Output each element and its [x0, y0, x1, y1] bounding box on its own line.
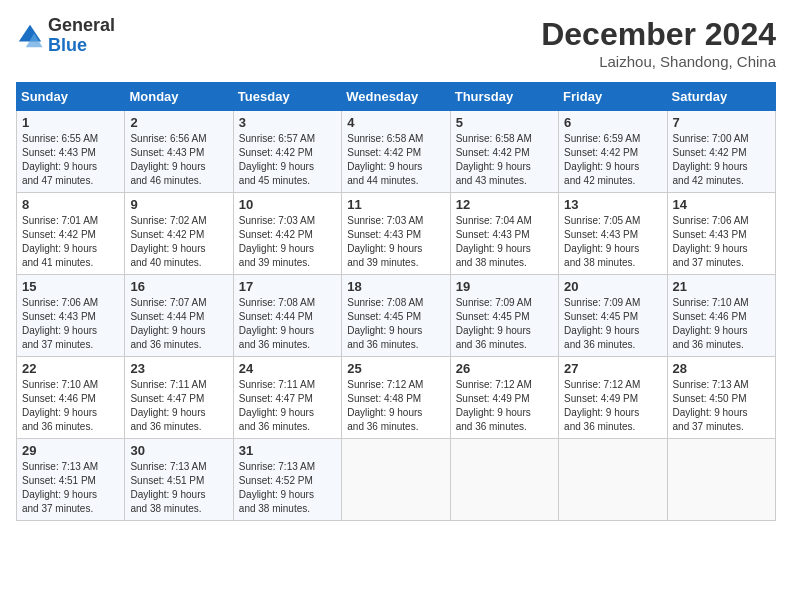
- col-header-sunday: Sunday: [17, 83, 125, 111]
- logo: General Blue: [16, 16, 115, 56]
- day-number: 13: [564, 197, 661, 212]
- cell-info: Sunrise: 7:10 AMSunset: 4:46 PMDaylight:…: [22, 378, 119, 434]
- cell-info: Sunrise: 6:58 AMSunset: 4:42 PMDaylight:…: [347, 132, 444, 188]
- calendar-cell: 4 Sunrise: 6:58 AMSunset: 4:42 PMDayligh…: [342, 111, 450, 193]
- calendar-cell: 28 Sunrise: 7:13 AMSunset: 4:50 PMDaylig…: [667, 357, 775, 439]
- calendar-cell: 8 Sunrise: 7:01 AMSunset: 4:42 PMDayligh…: [17, 193, 125, 275]
- day-number: 24: [239, 361, 336, 376]
- col-header-friday: Friday: [559, 83, 667, 111]
- week-row-3: 15 Sunrise: 7:06 AMSunset: 4:43 PMDaylig…: [17, 275, 776, 357]
- cell-info: Sunrise: 7:11 AMSunset: 4:47 PMDaylight:…: [130, 378, 227, 434]
- col-header-tuesday: Tuesday: [233, 83, 341, 111]
- calendar-table: SundayMondayTuesdayWednesdayThursdayFrid…: [16, 82, 776, 521]
- cell-info: Sunrise: 7:09 AMSunset: 4:45 PMDaylight:…: [456, 296, 553, 352]
- calendar-cell: [559, 439, 667, 521]
- cell-info: Sunrise: 7:07 AMSunset: 4:44 PMDaylight:…: [130, 296, 227, 352]
- cell-info: Sunrise: 7:09 AMSunset: 4:45 PMDaylight:…: [564, 296, 661, 352]
- day-number: 3: [239, 115, 336, 130]
- calendar-cell: 3 Sunrise: 6:57 AMSunset: 4:42 PMDayligh…: [233, 111, 341, 193]
- cell-info: Sunrise: 7:12 AMSunset: 4:48 PMDaylight:…: [347, 378, 444, 434]
- cell-info: Sunrise: 7:03 AMSunset: 4:43 PMDaylight:…: [347, 214, 444, 270]
- cell-info: Sunrise: 7:03 AMSunset: 4:42 PMDaylight:…: [239, 214, 336, 270]
- cell-info: Sunrise: 7:05 AMSunset: 4:43 PMDaylight:…: [564, 214, 661, 270]
- logo-icon: [16, 22, 44, 50]
- day-number: 27: [564, 361, 661, 376]
- day-number: 11: [347, 197, 444, 212]
- cell-info: Sunrise: 7:00 AMSunset: 4:42 PMDaylight:…: [673, 132, 770, 188]
- calendar-cell: 6 Sunrise: 6:59 AMSunset: 4:42 PMDayligh…: [559, 111, 667, 193]
- calendar-cell: 2 Sunrise: 6:56 AMSunset: 4:43 PMDayligh…: [125, 111, 233, 193]
- day-number: 25: [347, 361, 444, 376]
- day-number: 21: [673, 279, 770, 294]
- day-number: 31: [239, 443, 336, 458]
- week-row-2: 8 Sunrise: 7:01 AMSunset: 4:42 PMDayligh…: [17, 193, 776, 275]
- calendar-cell: 7 Sunrise: 7:00 AMSunset: 4:42 PMDayligh…: [667, 111, 775, 193]
- day-number: 7: [673, 115, 770, 130]
- cell-info: Sunrise: 7:12 AMSunset: 4:49 PMDaylight:…: [456, 378, 553, 434]
- day-number: 26: [456, 361, 553, 376]
- calendar-cell: 19 Sunrise: 7:09 AMSunset: 4:45 PMDaylig…: [450, 275, 558, 357]
- day-number: 28: [673, 361, 770, 376]
- cell-info: Sunrise: 6:58 AMSunset: 4:42 PMDaylight:…: [456, 132, 553, 188]
- col-header-wednesday: Wednesday: [342, 83, 450, 111]
- day-number: 2: [130, 115, 227, 130]
- calendar-cell: 10 Sunrise: 7:03 AMSunset: 4:42 PMDaylig…: [233, 193, 341, 275]
- day-number: 19: [456, 279, 553, 294]
- cell-info: Sunrise: 7:02 AMSunset: 4:42 PMDaylight:…: [130, 214, 227, 270]
- day-number: 14: [673, 197, 770, 212]
- day-number: 10: [239, 197, 336, 212]
- cell-info: Sunrise: 7:13 AMSunset: 4:51 PMDaylight:…: [22, 460, 119, 516]
- page-header: General Blue December 2024 Laizhou, Shan…: [16, 16, 776, 70]
- cell-info: Sunrise: 6:57 AMSunset: 4:42 PMDaylight:…: [239, 132, 336, 188]
- calendar-cell: 24 Sunrise: 7:11 AMSunset: 4:47 PMDaylig…: [233, 357, 341, 439]
- cell-info: Sunrise: 7:13 AMSunset: 4:51 PMDaylight:…: [130, 460, 227, 516]
- logo-line1: General: [48, 16, 115, 36]
- cell-info: Sunrise: 7:01 AMSunset: 4:42 PMDaylight:…: [22, 214, 119, 270]
- day-number: 30: [130, 443, 227, 458]
- day-number: 6: [564, 115, 661, 130]
- calendar-cell: 5 Sunrise: 6:58 AMSunset: 4:42 PMDayligh…: [450, 111, 558, 193]
- calendar-cell: [342, 439, 450, 521]
- calendar-cell: 13 Sunrise: 7:05 AMSunset: 4:43 PMDaylig…: [559, 193, 667, 275]
- calendar-cell: 15 Sunrise: 7:06 AMSunset: 4:43 PMDaylig…: [17, 275, 125, 357]
- month-title: December 2024: [541, 16, 776, 53]
- day-number: 4: [347, 115, 444, 130]
- calendar-cell: 18 Sunrise: 7:08 AMSunset: 4:45 PMDaylig…: [342, 275, 450, 357]
- title-block: December 2024 Laizhou, Shandong, China: [541, 16, 776, 70]
- calendar-cell: 22 Sunrise: 7:10 AMSunset: 4:46 PMDaylig…: [17, 357, 125, 439]
- cell-info: Sunrise: 7:10 AMSunset: 4:46 PMDaylight:…: [673, 296, 770, 352]
- calendar-cell: 23 Sunrise: 7:11 AMSunset: 4:47 PMDaylig…: [125, 357, 233, 439]
- cell-info: Sunrise: 6:55 AMSunset: 4:43 PMDaylight:…: [22, 132, 119, 188]
- day-number: 22: [22, 361, 119, 376]
- col-header-saturday: Saturday: [667, 83, 775, 111]
- svg-marker-0: [19, 25, 41, 42]
- day-number: 23: [130, 361, 227, 376]
- cell-info: Sunrise: 7:13 AMSunset: 4:50 PMDaylight:…: [673, 378, 770, 434]
- cell-info: Sunrise: 7:04 AMSunset: 4:43 PMDaylight:…: [456, 214, 553, 270]
- calendar-cell: 14 Sunrise: 7:06 AMSunset: 4:43 PMDaylig…: [667, 193, 775, 275]
- day-number: 5: [456, 115, 553, 130]
- header-row: SundayMondayTuesdayWednesdayThursdayFrid…: [17, 83, 776, 111]
- calendar-cell: [667, 439, 775, 521]
- cell-info: Sunrise: 7:08 AMSunset: 4:45 PMDaylight:…: [347, 296, 444, 352]
- day-number: 9: [130, 197, 227, 212]
- calendar-cell: 25 Sunrise: 7:12 AMSunset: 4:48 PMDaylig…: [342, 357, 450, 439]
- day-number: 29: [22, 443, 119, 458]
- logo-line2: Blue: [48, 36, 115, 56]
- cell-info: Sunrise: 7:06 AMSunset: 4:43 PMDaylight:…: [22, 296, 119, 352]
- col-header-thursday: Thursday: [450, 83, 558, 111]
- cell-info: Sunrise: 6:59 AMSunset: 4:42 PMDaylight:…: [564, 132, 661, 188]
- day-number: 18: [347, 279, 444, 294]
- location: Laizhou, Shandong, China: [541, 53, 776, 70]
- calendar-cell: 30 Sunrise: 7:13 AMSunset: 4:51 PMDaylig…: [125, 439, 233, 521]
- cell-info: Sunrise: 7:12 AMSunset: 4:49 PMDaylight:…: [564, 378, 661, 434]
- calendar-cell: 16 Sunrise: 7:07 AMSunset: 4:44 PMDaylig…: [125, 275, 233, 357]
- day-number: 15: [22, 279, 119, 294]
- day-number: 1: [22, 115, 119, 130]
- day-number: 20: [564, 279, 661, 294]
- cell-info: Sunrise: 7:11 AMSunset: 4:47 PMDaylight:…: [239, 378, 336, 434]
- cell-info: Sunrise: 7:06 AMSunset: 4:43 PMDaylight:…: [673, 214, 770, 270]
- day-number: 8: [22, 197, 119, 212]
- calendar-cell: [450, 439, 558, 521]
- calendar-cell: 27 Sunrise: 7:12 AMSunset: 4:49 PMDaylig…: [559, 357, 667, 439]
